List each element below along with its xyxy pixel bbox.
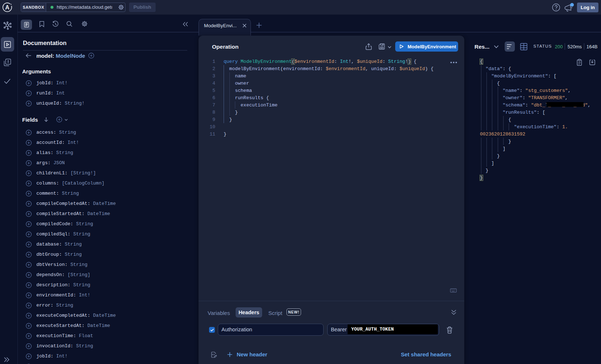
svg-text:A: A — [5, 4, 9, 11]
